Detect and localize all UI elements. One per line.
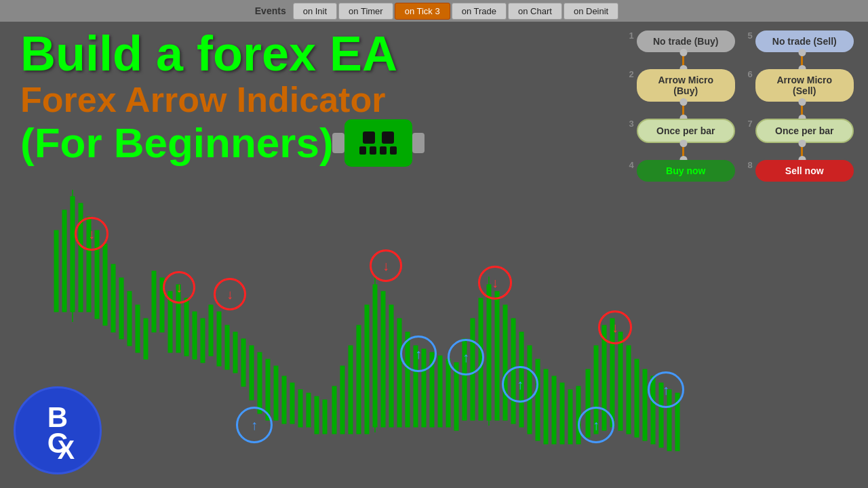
svg-rect-35 [332,386,336,434]
svg-rect-61 [544,369,548,444]
svg-rect-32 [307,393,311,427]
flow-node-wrapper-6: 6 Arrow Micro (Sell) [748,69,856,102]
arrow-up-icon-1: ↑ [251,418,258,433]
flow-num-1: 1 [629,30,634,41]
flow-node-once-per-bar-buy: Once per bar [637,119,735,143]
svg-rect-34 [323,400,327,434]
nav-bar: Events on Init on Timer on Tick 3 on Tra… [0,0,868,22]
connector-1-2 [682,52,684,69]
svg-rect-49 [446,359,450,427]
logo-x: X [58,439,75,462]
title-line1: Build a forex EA [20,27,412,81]
svg-rect-19 [201,319,205,363]
indicator-blue-6: ↑ [578,407,614,443]
indicator-red-4: ↓ [370,249,402,282]
arrow-up-icon-5: ↑ [663,382,669,398]
svg-rect-20 [209,305,213,356]
arrow-down-icon-4: ↓ [382,258,389,274]
svg-rect-38 [357,325,361,434]
indicator-red-6: ↓ [598,310,632,344]
flow-node-no-trade-buy: No trade (Buy) [637,30,735,52]
svg-rect-7 [103,244,107,325]
svg-rect-2 [62,210,66,312]
indicator-red-2: ↓ [163,271,195,304]
tab-on-tick[interactable]: on Tick 3 [395,3,450,20]
indicator-blue-5: ↑ [648,371,684,408]
svg-rect-29 [282,376,286,424]
tab-on-trade[interactable]: on Trade [452,3,507,20]
flow-node-arrow-micro-buy: Arrow Micro (Buy) [637,69,735,102]
flow-node-arrow-micro-sell: Arrow Micro (Sell) [755,69,854,102]
svg-rect-73 [643,369,647,441]
svg-rect-40 [373,285,377,427]
svg-rect-17 [184,298,189,356]
svg-rect-37 [349,346,353,434]
flow-num-7: 7 [748,119,753,129]
flow-num-5: 5 [748,30,753,41]
svg-rect-36 [340,366,344,434]
svg-rect-71 [627,346,631,434]
flow-diagram: 1 No trade (Buy) 2 Arrow Micro (Buy) 3 O… [624,30,854,182]
flow-node-buy-now[interactable]: Buy now [637,160,735,182]
nav-events-label: Events [250,5,292,16]
arrow-down-icon-3: ↓ [226,287,233,302]
svg-rect-55 [495,291,499,420]
connector-7-8 [801,143,803,160]
arrow-down-icon-1: ↓ [88,226,95,242]
flow-node-wrapper-8: 8 Sell now [748,160,856,182]
connector-6-7 [801,102,803,119]
indicator-blue-4: ↑ [502,366,538,403]
flow-node-once-per-bar-sell: Once per bar [755,119,854,143]
tab-on-chart[interactable]: on Chart [508,3,562,20]
svg-rect-39 [365,305,369,434]
arrow-up-icon-3: ↑ [462,350,469,365]
svg-rect-63 [560,383,564,444]
svg-rect-18 [193,312,197,359]
flow-node-no-trade-sell: No trade (Sell) [755,30,854,52]
arrow-down-icon-5: ↓ [492,275,498,291]
svg-rect-41 [381,291,385,427]
svg-rect-13 [152,271,156,332]
logo-circle: BC X [14,386,102,474]
svg-rect-10 [127,291,132,346]
svg-rect-22 [225,325,229,369]
flow-node-sell-now[interactable]: Sell now [755,160,854,182]
svg-rect-42 [389,305,393,427]
svg-rect-9 [119,278,123,339]
svg-rect-25 [250,346,254,400]
title-line2: Forex Arrow Indicator [20,81,412,119]
indicator-red-1: ↓ [75,217,108,251]
svg-rect-62 [552,376,556,444]
svg-rect-56 [503,305,507,420]
connector-2-3 [682,102,684,119]
connector-3-4 [682,143,684,160]
svg-rect-28 [274,366,278,420]
svg-rect-31 [298,390,302,427]
flow-num-4: 4 [629,160,634,170]
flow-num-3: 3 [629,119,634,129]
svg-rect-70 [618,332,623,430]
flow-node-wrapper-2: 2 Arrow Micro (Buy) [629,69,738,102]
svg-rect-43 [397,319,401,427]
indicator-blue-2: ↑ [400,336,437,372]
connector-5-6 [801,52,803,69]
svg-rect-33 [315,396,319,434]
svg-rect-54 [487,285,491,420]
flow-num-6: 6 [748,69,753,79]
svg-rect-72 [635,359,639,437]
svg-rect-11 [136,305,140,352]
svg-rect-60 [536,359,540,441]
svg-rect-1 [54,230,58,312]
tab-on-timer[interactable]: on Timer [338,3,393,20]
flow-num-2: 2 [629,69,634,79]
flow-num-8: 8 [748,160,753,170]
svg-rect-26 [258,352,262,413]
tab-on-deinit[interactable]: on Deinit [564,3,618,20]
flow-buy-column: 1 No trade (Buy) 2 Arrow Micro (Buy) 3 O… [631,30,736,182]
tab-on-init[interactable]: on Init [293,3,337,20]
arrow-up-icon-6: ↑ [593,418,599,433]
flow-node-wrapper-4: 4 Buy now [629,160,738,182]
logo-text: BC X [47,405,68,456]
flow-sell-column: 5 No trade (Sell) 6 Arrow Micro (Sell) 7… [749,30,854,182]
svg-rect-21 [217,312,221,366]
